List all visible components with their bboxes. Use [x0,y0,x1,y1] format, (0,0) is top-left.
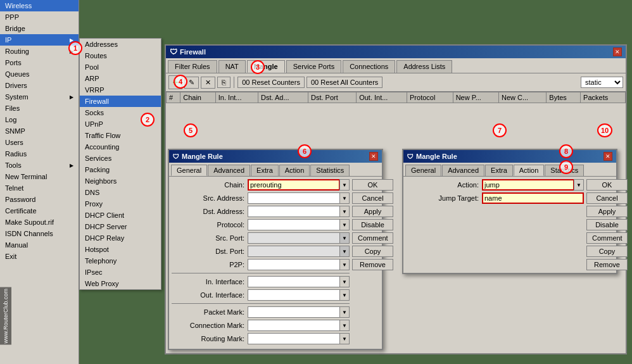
delete-rule-button[interactable]: ✕ [201,77,215,89]
tab-address-lists[interactable]: Address Lists [396,60,452,73]
sidebar-item-ip[interactable]: IP ▶ [0,34,79,46]
submenu-accounting[interactable]: Accounting [80,141,161,153]
sidebar-item-queues[interactable]: Queues [0,68,79,80]
copy-rule-button[interactable]: ⎘ [217,77,231,88]
sidebar-item-tools[interactable]: Tools ▶ [0,160,79,171]
protocol-arrow[interactable]: ▼ [339,219,350,230]
submenu-neighbors[interactable]: Neighbors [80,175,161,187]
dst-port-input[interactable] [248,246,340,257]
tab-mangle[interactable]: Mangle [247,60,285,73]
p2p-arrow[interactable]: ▼ [339,259,350,270]
submenu-arp[interactable]: ARP [80,73,161,84]
sidebar-item-files[interactable]: Files [0,103,79,114]
sidebar-item-manual[interactable]: Manual [0,239,79,251]
action-input[interactable] [482,179,574,191]
mangle-right-tab-extra[interactable]: Extra [485,165,513,176]
submenu-vrrp[interactable]: VRRP [80,84,161,96]
src-address-input[interactable] [248,192,340,204]
mangle-left-comment-button[interactable]: Comment [352,232,393,244]
jump-target-input[interactable] [482,192,584,204]
submenu-packing[interactable]: Packing [80,164,161,175]
src-addr-arrow[interactable]: ▼ [339,192,350,204]
sidebar-item-bridge[interactable]: Bridge [0,23,79,34]
chain-dropdown-arrow[interactable]: ▼ [339,179,350,191]
mangle-left-tab-advanced[interactable]: Advanced [208,165,250,176]
submenu-web-proxy[interactable]: Web Proxy [80,278,161,289]
mangle-right-tab-general[interactable]: General [405,165,441,176]
firewall-close-button[interactable]: ✕ [613,47,622,56]
src-port-input[interactable] [248,232,340,244]
packet-mark-input[interactable] [248,306,340,318]
in-interface-input[interactable] [248,276,340,287]
submenu-proxy[interactable]: Proxy [80,198,161,210]
dst-addr-arrow[interactable]: ▼ [339,206,350,217]
connection-mark-arrow[interactable]: ▼ [339,320,350,331]
sidebar-item-drivers[interactable]: Drivers [0,80,79,91]
sidebar-item-password[interactable]: Password [0,194,79,205]
sidebar-item-wireless[interactable]: Wireless [0,0,79,11]
mangle-right-ok-button[interactable]: OK [586,179,628,191]
mangle-left-ok-button[interactable]: OK [352,179,393,191]
mangle-left-remove-button[interactable]: Remove [352,259,393,270]
mangle-right-disable-button[interactable]: Disable [586,219,628,230]
submenu-dns[interactable]: DNS [80,187,161,198]
routing-mark-input[interactable] [248,333,340,344]
mangle-right-tab-action[interactable]: Action [514,165,545,176]
tab-service-ports[interactable]: Service Ports [286,60,341,73]
mangle-right-copy-button[interactable]: Copy [586,246,628,257]
out-interface-arrow[interactable]: ▼ [339,289,350,301]
submenu-telephony[interactable]: Telephony [80,255,161,267]
mangle-left-disable-button[interactable]: Disable [352,219,393,230]
reset-all-counters-button[interactable]: 00 Reset All Counters [307,77,382,88]
filter-select[interactable]: staticdynamicall [581,77,623,88]
add-rule-button[interactable]: + [168,75,182,89]
out-interface-input[interactable] [248,289,340,301]
mangle-left-copy-button[interactable]: Copy [352,246,393,257]
mangle-left-tab-action[interactable]: Action [279,165,310,176]
sidebar-item-isdn[interactable]: ISDN Channels [0,228,79,239]
sidebar-item-certificate[interactable]: Certificate [0,205,79,217]
sidebar-item-log[interactable]: Log [0,114,79,125]
submenu-socks[interactable]: Socks [80,107,161,118]
connection-mark-input[interactable] [248,320,340,331]
mangle-left-cancel-button[interactable]: Cancel [352,192,393,204]
dst-address-input[interactable] [248,206,340,217]
mangle-left-tab-extra[interactable]: Extra [251,165,279,176]
mangle-right-close-button[interactable]: ✕ [604,152,612,161]
submenu-pool[interactable]: Pool [80,61,161,73]
submenu-traffic-flow[interactable]: Traffic Flow [80,130,161,141]
mangle-right-tab-advanced[interactable]: Advanced [442,165,484,176]
tab-filter-rules[interactable]: Filter Rules [168,60,217,73]
chain-input[interactable] [248,179,340,191]
tab-nat[interactable]: NAT [218,60,246,73]
p2p-input[interactable] [248,259,340,270]
sidebar-item-ppp[interactable]: PPP [0,11,79,23]
action-arrow[interactable]: ▼ [574,179,584,191]
reset-counters-button[interactable]: 00 Reset Counters [237,77,305,88]
submenu-services[interactable]: Services [80,153,161,164]
submenu-dhcp-relay[interactable]: DHCP Relay [80,232,161,244]
sidebar-item-system[interactable]: System ▶ [0,91,79,103]
sidebar-item-routing[interactable]: Routing ▶ [0,46,79,57]
mangle-left-tab-general[interactable]: General [171,165,207,176]
sidebar-item-ports[interactable]: Ports [0,57,79,68]
mangle-right-apply-button[interactable]: Apply [586,206,628,217]
mangle-left-close-button[interactable]: ✕ [369,152,378,161]
sidebar-item-exit[interactable]: Exit [0,251,79,262]
mangle-right-comment-button[interactable]: Comment [586,232,628,244]
submenu-ipsec[interactable]: IPsec [80,267,161,278]
submenu-upnp[interactable]: UPnP [80,118,161,130]
submenu-firewall[interactable]: Firewall [80,96,161,107]
submenu-addresses[interactable]: Addresses [80,39,161,50]
mangle-right-cancel-button[interactable]: Cancel [586,192,628,204]
sidebar-item-radius[interactable]: Radius [0,148,79,160]
submenu-dhcp-server[interactable]: DHCP Server [80,221,161,232]
sidebar-item-make-supout[interactable]: Make Supout.rif [0,217,79,228]
packet-mark-arrow[interactable]: ▼ [339,306,350,318]
mangle-right-remove-button[interactable]: Remove [586,259,628,270]
submenu-hotspot[interactable]: Hotspot [80,244,161,255]
protocol-input[interactable] [248,219,340,230]
mangle-left-tab-statistics[interactable]: Statistics [310,165,350,176]
sidebar-item-telnet[interactable]: Telnet [0,182,79,194]
submenu-routes[interactable]: Routes [80,50,161,61]
